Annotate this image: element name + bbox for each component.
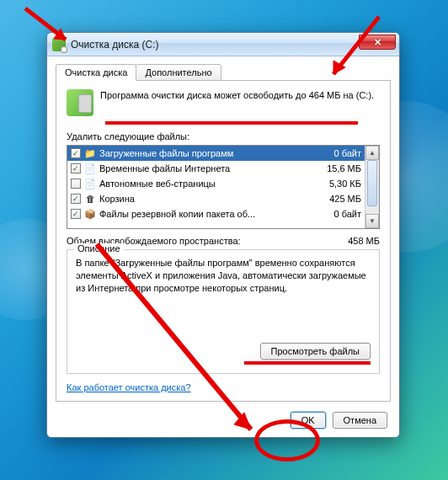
file-size: 5,30 КБ [311, 179, 361, 189]
tab-strip: Очистка диска Дополнительно [56, 63, 391, 81]
file-checkbox[interactable]: ✓ [71, 163, 81, 173]
cancel-button[interactable]: Отмена [333, 412, 387, 429]
file-size: 425 МБ [311, 194, 361, 204]
file-name: Файлы резервной копии пакета об... [99, 209, 307, 219]
close-button[interactable]: ✕ [359, 35, 396, 50]
titlebar[interactable]: Очистка диска (C:) ✕ [47, 33, 399, 56]
file-type-icon: 📁 [84, 147, 96, 159]
ok-button[interactable]: OK [291, 412, 326, 429]
file-row[interactable]: ✓📦Файлы резервной копии пакета об...0 ба… [67, 206, 365, 221]
file-size: 0 байт [311, 209, 361, 219]
window-title: Очистка диска (C:) [71, 39, 159, 51]
file-row[interactable]: 📄Автономные веб-страницы5,30 КБ [67, 176, 365, 191]
description-group: Описание В папке "Загруженные файлы прог… [67, 249, 380, 374]
file-checkbox[interactable]: ✓ [71, 209, 81, 219]
tab-more-options[interactable]: Дополнительно [136, 64, 221, 81]
how-it-works-link[interactable]: Как работает очистка диска? [67, 382, 191, 392]
file-row[interactable]: ✓📁Загруженные файлы программ0 байт [67, 146, 365, 161]
disk-cleanup-icon [52, 38, 66, 51]
file-row[interactable]: ✓🗑Корзина425 МБ [67, 191, 365, 206]
file-size: 15,6 МБ [311, 163, 361, 173]
window-content: Очистка диска Дополнительно Программа оч… [47, 56, 399, 437]
dialog-buttons: OK Отмена [56, 412, 391, 429]
file-type-icon: 🗑 [84, 193, 96, 205]
scroll-down-button[interactable]: ▼ [365, 214, 379, 228]
file-name: Корзина [99, 194, 307, 204]
intro-row: Программа очистки диска может освободить… [67, 89, 380, 116]
tab-cleanup[interactable]: Очистка диска [56, 64, 136, 81]
view-files-button[interactable]: Просмотреть файлы [260, 343, 371, 360]
file-type-icon: 📦 [84, 208, 96, 220]
file-name: Загруженные файлы программ [99, 148, 307, 158]
file-type-icon: 📄 [84, 178, 96, 189]
annotation-underline-2 [244, 361, 371, 365]
scrollbar[interactable]: ▲ ▼ [365, 146, 379, 228]
close-icon: ✕ [374, 37, 381, 48]
file-checkbox[interactable] [71, 179, 81, 189]
file-size: 0 байт [311, 148, 361, 158]
scroll-thumb[interactable] [367, 160, 377, 206]
file-name: Временные файлы Интернета [99, 163, 307, 173]
disk-cleanup-window: Очистка диска (C:) ✕ Очистка диска Допол… [46, 32, 400, 438]
tab-body: Программа очистки диска может освободить… [56, 81, 391, 402]
scroll-track[interactable] [365, 160, 379, 214]
disk-cleanup-large-icon [67, 89, 93, 116]
file-type-icon: 📄 [84, 163, 96, 174]
description-legend: Описание [74, 243, 124, 253]
scroll-up-button[interactable]: ▲ [365, 146, 379, 160]
list-label: Удалить следующие файлы: [67, 131, 380, 141]
intro-text: Программа очистки диска может освободить… [100, 89, 374, 116]
description-text: В папке "Загруженные файлы программ" вре… [76, 257, 371, 338]
total-value: 458 МБ [348, 236, 380, 246]
file-checkbox[interactable]: ✓ [71, 194, 81, 204]
file-name: Автономные веб-страницы [99, 179, 307, 189]
annotation-underline-1 [105, 121, 358, 125]
file-checkbox[interactable]: ✓ [71, 148, 81, 158]
files-listbox[interactable]: ✓📁Загруженные файлы программ0 байт✓📄Врем… [67, 145, 380, 229]
file-row[interactable]: ✓📄Временные файлы Интернета15,6 МБ [67, 161, 365, 176]
